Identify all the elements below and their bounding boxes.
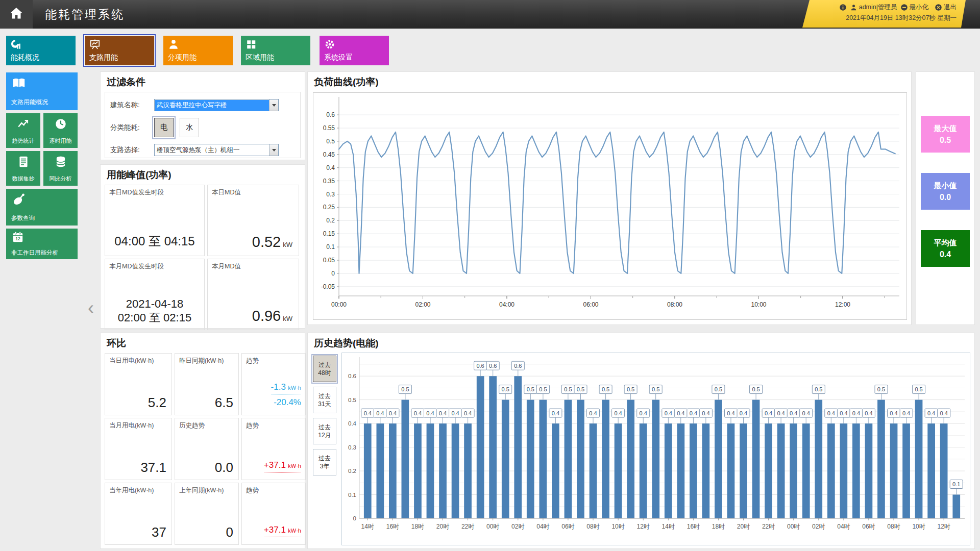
card-value: 0.96kW [252, 308, 292, 324]
svg-text:12时: 12时 [637, 523, 650, 530]
svg-text:0.4: 0.4 [852, 410, 860, 416]
sidebar-collapse-chevron[interactable]: ‹ [88, 299, 94, 317]
bar-chart-svg: 00.10.20.30.40.50.60.414时0.40.416时0.50.4… [342, 353, 969, 543]
md-card-today-value: 本日MD值 0.52kW [207, 185, 299, 256]
cell-label: 趋势 [246, 421, 259, 430]
load-curve-panel: 负荷曲线(功率) 0.60.550.50.450.40.350.30.250.2… [307, 71, 912, 325]
sidebar-item-hourly-energy[interactable]: 逐时用能 [43, 113, 78, 148]
svg-text:0.4: 0.4 [677, 410, 684, 416]
cell-label: 上年同期(kW·h) [179, 486, 224, 495]
home-button[interactable] [0, 0, 33, 29]
cell-value: 37.1 [140, 460, 166, 475]
sidebar: 支路用能概况 趋势统计 逐时用能 数据集抄 [6, 72, 78, 262]
bar [665, 423, 672, 518]
open-book-icon [11, 77, 27, 92]
user-menu[interactable]: admin|管理员 [850, 3, 897, 12]
svg-text:0.4: 0.4 [702, 410, 709, 416]
range-button-48h[interactable]: 过去48时 [313, 356, 336, 382]
svg-text:0.4: 0.4 [389, 410, 397, 416]
sidebar-item-yoy-analysis[interactable]: 同比分析 [43, 151, 78, 186]
svg-text:0.4: 0.4 [727, 410, 734, 416]
md-card-month-period: 本月MD值发生时段 2021-04-1802:00 至 02:15 [105, 259, 205, 330]
svg-text:18时: 18时 [411, 523, 424, 530]
ring-comparison-panel: 环比 当日用电(kW·h) 5.2 昨日同期(kW·h) 6.5 趋势 -1.3… [100, 333, 305, 549]
svg-text:16时: 16时 [687, 523, 700, 530]
bar [715, 400, 722, 518]
svg-text:08时: 08时 [586, 523, 599, 530]
svg-text:0.4: 0.4 [777, 410, 785, 416]
minimize-button[interactable]: 最小化 [900, 3, 929, 12]
svg-text:0.4: 0.4 [439, 410, 447, 416]
branch-select[interactable]: 楼顶空气源热泵（主）机组一 [154, 144, 279, 156]
svg-text:0.4: 0.4 [690, 410, 697, 416]
load-curve-title: 负荷曲线(功率) [314, 76, 911, 89]
calendar-icon: 12 [11, 231, 24, 246]
svg-text:0.5: 0.5 [401, 386, 409, 392]
user-icon [850, 4, 857, 11]
nav-tab-system-settings[interactable]: 系统设置 [320, 36, 389, 65]
range-button-12m[interactable]: 过去12月 [313, 418, 336, 444]
clock-icon [54, 117, 67, 133]
svg-text:20时: 20时 [737, 523, 750, 530]
svg-text:0.1: 0.1 [326, 243, 335, 251]
sidebar-item-trend-stats[interactable]: 趋势统计 [6, 113, 40, 148]
logout-button[interactable]: 退出 [935, 3, 957, 12]
svg-text:14时: 14时 [662, 523, 675, 530]
cell-value: 5.2 [148, 395, 166, 411]
nav-tab-branch-energy[interactable]: 支路用能 [85, 36, 154, 65]
nav-tab-label: 系统设置 [324, 53, 353, 62]
donut-chart-icon [11, 39, 22, 52]
svg-text:0.1: 0.1 [952, 481, 960, 487]
svg-text:04时: 04时 [837, 523, 850, 530]
svg-text:0.6: 0.6 [348, 373, 356, 379]
range-button-31d[interactable]: 过去31天 [313, 387, 336, 413]
bar [427, 423, 434, 518]
sidebar-item-branch-overview[interactable]: 支路用能概况 [6, 72, 78, 110]
bar [827, 423, 835, 518]
info-button[interactable] [839, 4, 847, 11]
peak-panel-title: 用能峰值(功率) [107, 168, 305, 182]
grid-squares-icon [246, 39, 257, 52]
hb-cell-year: 当年用电(kW·h) 37 [105, 483, 172, 545]
nav-tab-category-energy[interactable]: 分项用能 [163, 36, 233, 65]
bar [652, 400, 659, 518]
minimize-icon [900, 4, 908, 11]
svg-text:0.5: 0.5 [564, 386, 572, 392]
nav-tab-area-energy[interactable]: 区域用能 [241, 36, 310, 65]
svg-text:0.4: 0.4 [665, 410, 672, 416]
svg-text:-0.05: -0.05 [321, 283, 335, 290]
energy-type-electric-button[interactable]: 电 [154, 118, 174, 137]
bar [940, 423, 948, 518]
svg-text:0.35: 0.35 [323, 178, 335, 185]
line-chart-svg: 0.60.550.50.450.40.350.30.250.20.150.10.… [313, 93, 905, 317]
nav-tab-energy-overview[interactable]: 能耗概况 [6, 36, 76, 65]
svg-text:0.5: 0.5 [652, 386, 659, 392]
sidebar-item-label: 趋势统计 [6, 137, 40, 145]
svg-text:0.4: 0.4 [614, 410, 622, 416]
svg-text:0.5: 0.5 [877, 386, 885, 392]
app-title: 能耗管理系统 [45, 0, 125, 29]
min-value-badge: 最小值0.0 [921, 173, 970, 210]
svg-text:0.4: 0.4 [589, 410, 597, 416]
range-button-3y[interactable]: 过去3年 [313, 449, 336, 475]
building-select[interactable]: 武汉香格里拉中心写字楼 [154, 99, 279, 111]
svg-text:0.2: 0.2 [348, 468, 356, 474]
building-select-value: 武汉香格里拉中心写字楼 [155, 100, 269, 111]
history-bar-chart: 00.10.20.30.40.50.60.414时0.40.416时0.50.4… [341, 353, 970, 545]
svg-text:18时: 18时 [712, 523, 725, 530]
chevron-down-icon [269, 144, 278, 156]
header-bar: 能耗管理系统 admin|管理员 最小化 退出 2021年 [0, 0, 980, 29]
svg-text:12: 12 [15, 236, 20, 241]
svg-text:0.6: 0.6 [514, 363, 522, 369]
bar [540, 400, 547, 518]
sidebar-item-data-reading[interactable]: 数据集抄 [6, 151, 40, 186]
bar [477, 376, 484, 518]
bar [590, 423, 597, 518]
svg-text:0.5: 0.5 [715, 386, 722, 392]
cell-label: 当年用电(kW·h) [109, 486, 154, 495]
energy-type-water-button[interactable]: 水 [180, 118, 199, 137]
sidebar-item-nonworkday-analysis[interactable]: 12 非工作日用能分析 [6, 229, 78, 259]
sidebar-item-parameter-query[interactable]: 参数查询 [6, 189, 78, 226]
trend-chart-icon [17, 117, 30, 133]
card-value: 04:00 至 04:15 [105, 233, 204, 249]
